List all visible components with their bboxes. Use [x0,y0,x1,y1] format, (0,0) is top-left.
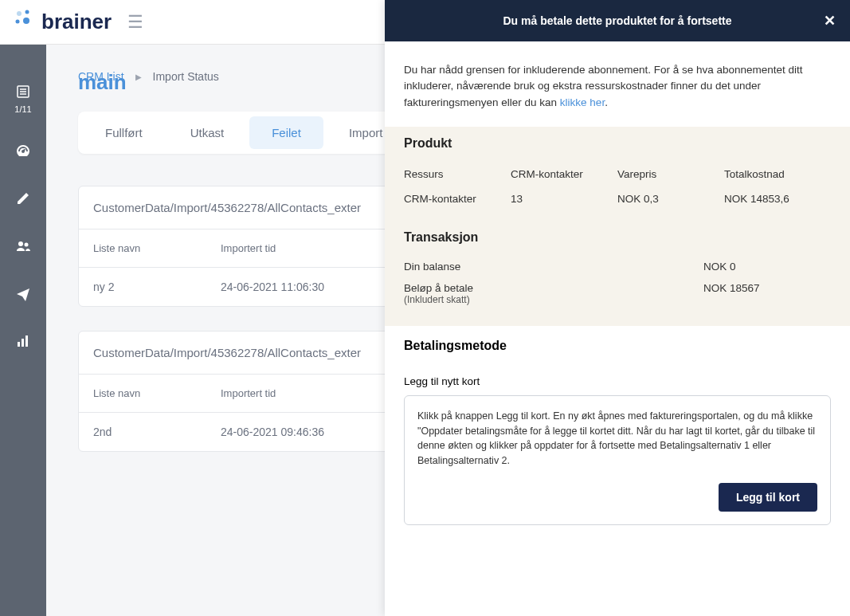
cell-totalcost: NOK 14853,6 [724,193,831,205]
panel-body: Du har nådd grensen for inkluderende abo… [385,41,850,616]
logo-icon [13,7,37,37]
sidebar: 1/11 [0,45,46,616]
svg-point-8 [18,241,23,246]
svg-point-9 [25,243,29,247]
breadcrumb-current: Import Status [153,70,219,83]
tabs: Fullført Utkast Feilet Import [78,112,409,154]
svg-point-1 [25,10,29,14]
product-section: Produkt Ressurs CRM-kontakter Varepris T… [385,127,850,227]
addcard-instructions: Klikk på knappen Legg til kort. En ny øk… [417,409,817,469]
header-unitprice: Varepris [617,168,724,180]
topay-label: Beløp å betale (Inkludert skatt) [404,282,703,305]
logo[interactable]: mainbrainer [13,7,112,37]
addcard-box: Klikk på knappen Legg til kort. En ny øk… [404,395,831,525]
transaction-title: Transaksjon [404,230,831,245]
breadcrumb-link-crm[interactable]: CRM List [78,70,124,83]
product-table: Ressurs CRM-kontakter Varepris Totalkost… [404,162,831,211]
sidebar-count: 1/11 [14,104,31,114]
cell-resource: CRM-kontakter [404,193,511,205]
header-crm: CRM-kontakter [511,168,617,180]
payment-method-section: Betalingsmetode Legg til nytt kort Klikk… [385,326,850,538]
svg-rect-12 [25,335,28,347]
header-listname: Liste navn [93,242,221,254]
payment-title: Betalingsmetode [404,339,831,353]
topay-sublabel: (Inkludert skatt) [404,294,703,305]
tab-draft[interactable]: Utkast [168,116,247,149]
sidebar-item-stats[interactable] [16,334,30,352]
hamburger-icon[interactable]: ☰ [127,12,143,33]
intro-text-end: . [605,96,608,108]
bar-chart-icon [16,334,30,352]
gauge-icon [15,143,31,163]
sidebar-item-send[interactable] [16,287,30,305]
chevron-right-icon: ▶ [135,73,142,81]
sidebar-item-list[interactable]: 1/11 [14,84,31,114]
sidebar-item-dashboard[interactable] [15,143,31,163]
svg-rect-11 [22,339,24,347]
addcard-label: Legg til nytt kort [404,375,831,387]
intro-link[interactable]: klikke her [560,96,605,108]
close-icon[interactable]: ✕ [824,12,836,29]
header-listname: Liste navn [93,387,221,399]
svg-rect-10 [18,342,20,347]
table-header-row: Ressurs CRM-kontakter Varepris Totalkost… [404,162,831,186]
svg-point-0 [17,11,22,16]
payment-panel: Du må betale dette produktet for å forts… [385,0,850,616]
cell-unitprice: NOK 0,3 [617,193,724,205]
cell-listname: ny 2 [93,281,221,293]
topay-value: NOK 18567 [703,282,831,305]
header-totalcost: Totalkostnad [724,168,831,180]
tab-failed[interactable]: Feilet [249,116,323,149]
svg-point-3 [23,18,29,24]
list-icon [16,84,30,103]
cell-crm: 13 [511,193,617,205]
sidebar-item-users[interactable] [15,238,31,258]
table-row: CRM-kontakter 13 NOK 0,3 NOK 14853,6 [404,186,831,211]
header-resource: Ressurs [404,168,511,180]
topay-label-text: Beløp å betale [404,282,703,294]
add-card-button[interactable]: Legg til kort [719,483,817,512]
logo-text-brainer: brainer [41,10,112,34]
cell-listname: 2nd [93,426,221,438]
balance-value: NOK 0 [703,261,831,273]
pencil-icon [16,191,30,210]
tab-completed[interactable]: Fullført [83,116,165,149]
balance-row: Din balanse NOK 0 [404,256,831,277]
panel-header: Du må betale dette produktet for å forts… [385,0,850,41]
svg-point-2 [16,20,20,24]
paper-plane-icon [16,287,30,305]
balance-label: Din balanse [404,261,703,273]
transaction-section: Transaksjon Din balanse NOK 0 Beløp å be… [385,227,850,326]
panel-intro: Du har nådd grensen for inkluderende abo… [385,41,850,127]
topay-row: Beløp å betale (Inkludert skatt) NOK 185… [404,277,831,310]
panel-title: Du må betale dette produktet for å forts… [503,14,731,27]
users-icon [15,238,31,258]
sidebar-item-edit[interactable] [16,191,30,210]
product-title: Produkt [404,136,831,151]
